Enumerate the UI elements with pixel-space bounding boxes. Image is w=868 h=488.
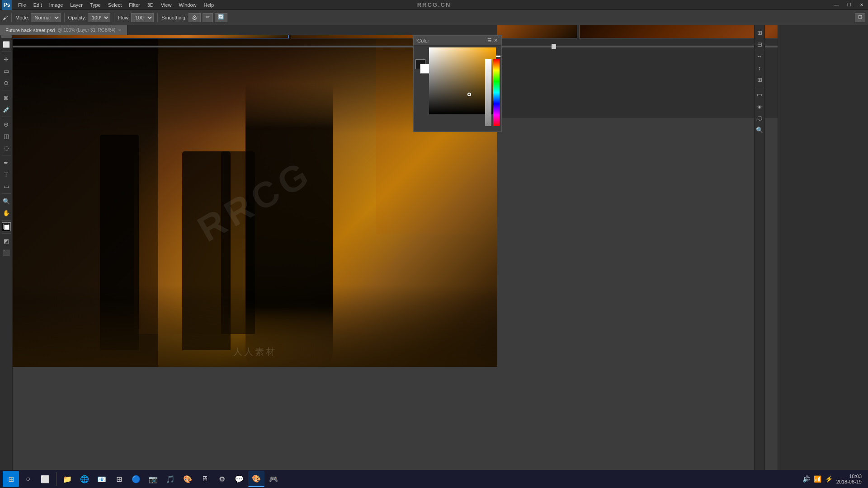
crop-tool-button[interactable]: ⊠: [1, 92, 12, 103]
menu-image[interactable]: Image: [46, 1, 67, 9]
panel-toggle-btn[interactable]: ⊞: [855, 13, 865, 22]
app-title: RRCG.CN: [417, 1, 451, 8]
tool-sep-2: [2, 90, 11, 90]
move-tool-button[interactable]: ✛: [1, 54, 12, 65]
right-tool-1[interactable]: ⊞: [754, 27, 765, 38]
far-right-tools: ⊞ ⊟ ↔ ↕ ⊞ ▭ ◈ ⬡ 🔍: [754, 25, 765, 478]
background-swatch[interactable]: [420, 64, 430, 74]
app-button-6[interactable]: ⚙: [214, 471, 230, 487]
color-picker-cursor: [467, 93, 471, 96]
color-panel-title: Color: [417, 38, 429, 43]
zoom-tool-button[interactable]: 🔍: [1, 196, 12, 206]
menu-view[interactable]: View: [157, 1, 175, 9]
minimize-button[interactable]: —: [830, 0, 843, 10]
select-tool-button[interactable]: ▭: [1, 66, 12, 76]
volume-icon[interactable]: 🔊: [802, 475, 810, 483]
menu-window[interactable]: Window: [175, 1, 200, 9]
right-tool-3[interactable]: ↔: [754, 51, 765, 61]
tab-bar: Future back street.psd @ 100% (Layer 31,…: [0, 25, 497, 35]
lasso-tool-button[interactable]: ⊙: [1, 77, 12, 88]
shape-tool-button[interactable]: ▭: [1, 181, 12, 192]
taskbar-sep-1: [56, 472, 57, 486]
hue-marker: [496, 56, 500, 57]
tab-filename: Future back street.psd: [5, 28, 55, 33]
toolbar: 🖌 Mode: Normal Opacity: 100% Flow: 100% …: [0, 10, 868, 25]
clone-tool-button[interactable]: ◫: [1, 131, 12, 141]
clock-time: 18:03: [836, 474, 862, 479]
right-tool-sep-1: [755, 87, 764, 87]
menu-filter[interactable]: Filter: [125, 1, 143, 9]
healing-tool-button[interactable]: ⊕: [1, 119, 12, 130]
network-icon[interactable]: 📶: [814, 475, 821, 483]
toolbar-right: ⊞: [855, 13, 865, 22]
app-button-3[interactable]: 🎵: [162, 471, 179, 487]
right-tool-5[interactable]: ⊞: [754, 74, 765, 85]
menu-3d[interactable]: 3D: [144, 1, 157, 9]
menu-select[interactable]: Select: [104, 1, 126, 9]
color-panel-menu[interactable]: ☰: [487, 38, 492, 43]
mode-select[interactable]: Normal: [31, 13, 61, 22]
task-view-button[interactable]: ⬜: [37, 471, 53, 487]
hand-tool-button[interactable]: ✋: [1, 207, 12, 218]
color-panel-close[interactable]: ✕: [494, 38, 498, 43]
tool-sep-5: [2, 193, 11, 194]
taskbar: ⊞ ○ ⬜ 📁 🌐 📧 ⊞ 🔵 📷 🎵 🎨 🖥 ⚙ 💬 🎨 🎮 🔊 📶 ⚡ 18…: [0, 470, 868, 488]
taskbar-time-display[interactable]: 18:03 2018-08-19: [836, 474, 862, 484]
app-button-1[interactable]: 🔵: [128, 471, 144, 487]
toolbar-separator-1: [11, 13, 12, 22]
menu-bar: Ps File Edit Image Layer Type Select Fil…: [0, 0, 868, 10]
app-button-8[interactable]: 🎮: [265, 471, 282, 487]
window-controls: — ❐ ✕: [830, 0, 868, 10]
menu-file[interactable]: File: [14, 1, 30, 9]
battery-icon[interactable]: ⚡: [825, 475, 833, 483]
menu-layer[interactable]: Layer: [66, 1, 86, 9]
smoothing-icon[interactable]: ⚙: [189, 13, 201, 22]
toolbar-separator-3: [114, 13, 114, 22]
app-button-2[interactable]: 📷: [145, 471, 161, 487]
pen-tool-button[interactable]: ✒: [1, 157, 12, 168]
tool-sep-4: [2, 155, 11, 155]
menu-edit[interactable]: Edit: [30, 1, 46, 9]
active-tab[interactable]: Future back street.psd @ 100% (Layer 31,…: [0, 25, 127, 35]
toolbar-separator-2: [64, 13, 65, 22]
right-tool-7[interactable]: ◈: [754, 101, 765, 112]
screen-mode-button[interactable]: ⬛: [1, 247, 12, 258]
photoshop-taskbar-button[interactable]: 🎨: [248, 471, 264, 487]
menu-help[interactable]: Help: [200, 1, 218, 9]
right-tool-2[interactable]: ⊟: [754, 39, 765, 50]
app-button-7[interactable]: 💬: [231, 471, 247, 487]
tool-option-1[interactable]: ✏: [203, 13, 213, 22]
opacity-select[interactable]: 100%: [88, 13, 110, 22]
right-tool-6[interactable]: ▭: [754, 89, 765, 100]
toolbar-separator-4: [157, 13, 158, 22]
left-tools-panel: 🖌 ⬜ ✛ ▭ ⊙ ⊠ 💉 ⊕ ◫ ◌ ✒ T ▭ 🔍 ✋ ◩ ⬛: [0, 25, 13, 478]
search-button[interactable]: ○: [20, 471, 36, 487]
eraser-tool-button[interactable]: ⬜: [1, 39, 12, 50]
tab-close-button[interactable]: ✕: [118, 28, 122, 33]
color-picker-area: [414, 47, 501, 131]
brush-tool-icon[interactable]: 🖌: [3, 15, 8, 20]
restore-button[interactable]: ❐: [843, 0, 855, 10]
dodge-tool-button[interactable]: ◌: [1, 142, 12, 153]
start-button[interactable]: ⊞: [3, 471, 19, 487]
tool-option-2[interactable]: 🔄: [215, 13, 227, 22]
close-button[interactable]: ✕: [855, 0, 868, 10]
eyedropper-tool-button[interactable]: 💉: [1, 104, 12, 115]
right-tool-9[interactable]: 🔍: [754, 124, 765, 135]
menu-type[interactable]: Type: [86, 1, 104, 9]
foreground-color-swatch[interactable]: [2, 222, 11, 231]
flow-select[interactable]: 100%: [131, 13, 154, 22]
windows-button[interactable]: ⊞: [111, 471, 127, 487]
app-button-4[interactable]: 🎨: [179, 471, 196, 487]
text-tool-button[interactable]: T: [1, 169, 12, 180]
app-button-5[interactable]: 🖥: [197, 471, 213, 487]
opacity-slider[interactable]: [485, 59, 491, 126]
hue-slider[interactable]: [493, 59, 500, 126]
right-panel-bg: [778, 0, 868, 488]
browser-button[interactable]: 🌐: [76, 471, 93, 487]
file-explorer-button[interactable]: 📁: [59, 471, 75, 487]
mail-button[interactable]: 📧: [94, 471, 110, 487]
right-tool-8[interactable]: ⬡: [754, 113, 765, 123]
right-tool-4[interactable]: ↕: [754, 62, 765, 73]
quick-mask-button[interactable]: ◩: [1, 235, 12, 246]
